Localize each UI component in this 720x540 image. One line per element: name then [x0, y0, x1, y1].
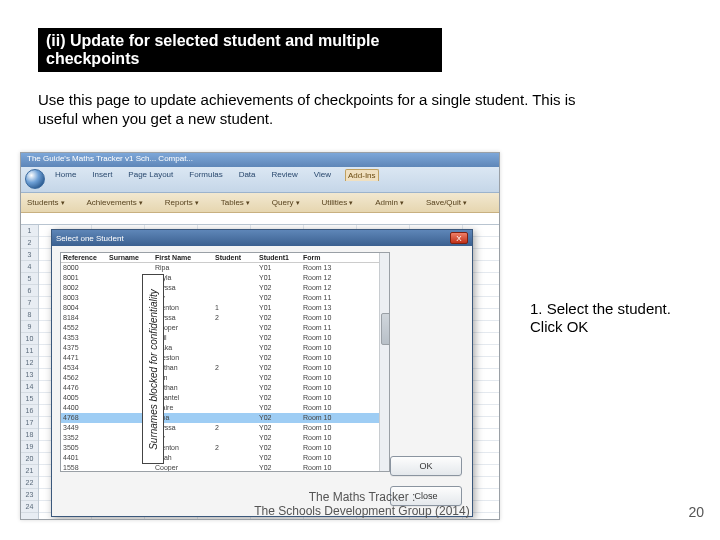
- list-item[interactable]: 4534Nathan2Y02Room 10: [61, 363, 389, 373]
- list-item[interactable]: 4353AdilY02Room 10: [61, 333, 389, 343]
- list-item[interactable]: 1558CooperY02Room 10: [61, 463, 389, 472]
- ribbon-tab[interactable]: Page Layout: [126, 169, 175, 181]
- list-item[interactable]: 8003ElyY02Room 11: [61, 293, 389, 303]
- ribbon-tab[interactable]: Insert: [90, 169, 114, 181]
- office-orb-icon[interactable]: [25, 169, 45, 189]
- select-student-dialog: Select one Student X ReferenceSurnameFir…: [51, 229, 473, 517]
- app-titlebar: The Guide's Maths Tracker v1 Sch... Comp…: [21, 153, 499, 167]
- ribbon-tab[interactable]: Data: [237, 169, 258, 181]
- list-item[interactable]: 8000RipaY01Room 13: [61, 263, 389, 273]
- listbox-scrollbar[interactable]: [379, 253, 389, 471]
- list-item[interactable]: 4005ChantelY02Room 10: [61, 393, 389, 403]
- addin-menu-item[interactable]: Admin: [375, 198, 404, 207]
- list-item[interactable]: 4401NoahY02Room 10: [61, 453, 389, 463]
- list-item[interactable]: 4375MakaY02Room 10: [61, 343, 389, 353]
- dialog-titlebar: Select one Student X: [52, 230, 472, 246]
- addin-menu-item[interactable]: Students: [27, 198, 65, 207]
- ribbon-tab[interactable]: Home: [53, 169, 78, 181]
- list-item[interactable]: 3505Trenton2Y02Room 10: [61, 443, 389, 453]
- section-heading: (ii) Update for selected student and mul…: [38, 28, 442, 72]
- ribbon: HomeInsertPage LayoutFormulasDataReviewV…: [21, 167, 499, 193]
- ribbon-tab[interactable]: View: [312, 169, 333, 181]
- list-item[interactable]: 8184Alyssa2Y02Room 10: [61, 313, 389, 323]
- list-item[interactable]: 3449Alyssa2Y02Room 10: [61, 423, 389, 433]
- addin-menu-item[interactable]: Tables: [221, 198, 250, 207]
- dialog-close-button[interactable]: X: [450, 232, 468, 244]
- footer-line-2: The Schools Development Group (2014): [254, 504, 469, 518]
- ribbon-tab[interactable]: Add-Ins: [345, 169, 379, 181]
- list-item[interactable]: 8004Trenton1Y01Room 13: [61, 303, 389, 313]
- worksheet-area: 123456789101112131415161718192021222324 …: [21, 225, 499, 519]
- section-body: Use this page to update achievements of …: [38, 90, 598, 128]
- addin-toolbar: StudentsAchievementsReportsTablesQueryUt…: [21, 193, 499, 213]
- addin-menu-item[interactable]: Utilities: [322, 198, 354, 207]
- dialog-title: Select one Student: [56, 234, 124, 243]
- addin-menu-item[interactable]: Achievements: [87, 198, 143, 207]
- ribbon-tab[interactable]: Review: [270, 169, 300, 181]
- page-number: 20: [688, 504, 704, 520]
- list-item[interactable]: 4476NathanY02Room 10: [61, 383, 389, 393]
- footer-line-1: The Maths Tracker :: [309, 490, 416, 504]
- embedded-screenshot: The Guide's Maths Tracker v1 Sch... Comp…: [20, 152, 500, 520]
- list-item[interactable]: 8001TaylaY01Room 12: [61, 273, 389, 283]
- slide-footer: The Maths Tracker : The Schools Developm…: [232, 490, 492, 518]
- addin-menu-item[interactable]: Reports: [165, 198, 199, 207]
- listbox-header: ReferenceSurnameFirst NameStudentStudent…: [61, 253, 389, 263]
- student-listbox[interactable]: ReferenceSurnameFirst NameStudentStudent…: [60, 252, 390, 472]
- list-item[interactable]: 8002AlyssaY02Room 12: [61, 283, 389, 293]
- list-item[interactable]: 4400ClaireY02Room 10: [61, 403, 389, 413]
- ok-button[interactable]: OK: [390, 456, 462, 476]
- list-item[interactable]: 4562ErinY02Room 10: [61, 373, 389, 383]
- list-item[interactable]: 3352ElyY02Room 10: [61, 433, 389, 443]
- step-instruction: 1. Select the student. Click OK: [530, 300, 700, 336]
- addin-menu-item[interactable]: Query: [272, 198, 300, 207]
- confidentiality-note: Surnames blocked for confidentiality: [148, 289, 159, 450]
- list-item[interactable]: 4552CooperY02Room 11: [61, 323, 389, 333]
- addin-menu-item[interactable]: Save/Quit: [426, 198, 467, 207]
- formula-bar: [21, 213, 499, 225]
- ribbon-tab[interactable]: Formulas: [187, 169, 224, 181]
- row-headers: 123456789101112131415161718192021222324: [21, 225, 39, 519]
- list-item[interactable]: 4471PrestonY02Room 10: [61, 353, 389, 363]
- confidentiality-overlay: Surnames blocked for confidentiality: [142, 274, 164, 464]
- list-item[interactable]: 4768RipaY02Room 10: [61, 413, 389, 423]
